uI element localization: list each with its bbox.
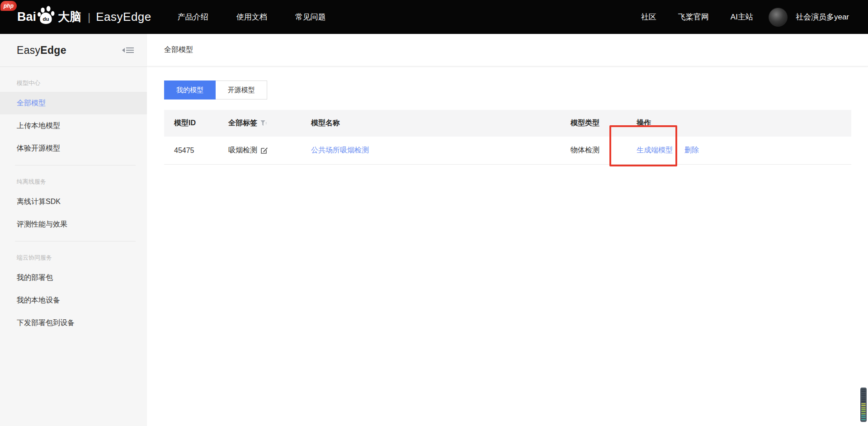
table-header-row: 模型ID 全部标签 模型名称 模型类型 操作 [164, 110, 851, 137]
top-nav-bar: php Bai du 大脑 | EasyEdge 产品介绍 使用文档 常见问题 … [0, 0, 868, 34]
page-title: 全部模型 [164, 45, 193, 55]
sidebar-section-model-center: 模型中心 [0, 67, 147, 92]
sidebar-item-evaluate-performance[interactable]: 评测性能与效果 [0, 213, 147, 236]
sidebar-item-try-open-source-model[interactable]: 体验开源模型 [0, 137, 147, 160]
tab-open-source-models[interactable]: 开源模型 [216, 80, 267, 99]
nav-item-product-intro[interactable]: 产品介绍 [178, 12, 208, 22]
sidebar-section-edge-cloud-service: 端云协同服务 [0, 241, 147, 266]
sidebar-item-offline-sdk[interactable]: 离线计算SDK [0, 190, 147, 213]
tab-my-models[interactable]: 我的模型 [164, 80, 216, 99]
sidebar-item-my-local-devices[interactable]: 我的本地设备 [0, 289, 147, 312]
col-header-all-tags-label: 全部标签 [228, 118, 257, 128]
sidebar-collapse-icon[interactable] [122, 46, 134, 54]
col-header-model-id: 模型ID [174, 118, 228, 128]
brand-product-text: EasyEdge [96, 10, 151, 24]
sidebar-header: EasyEdge [0, 34, 147, 67]
model-name-link[interactable]: 公共场所吸烟检测 [311, 146, 369, 154]
cell-model-id: 45475 [174, 147, 228, 155]
sidebar-item-dispatch-package-to-device[interactable]: 下发部署包到设备 [0, 312, 147, 334]
sidebar-title-easy: Easy [17, 44, 40, 56]
cell-actions: 生成端模型 删除 [637, 146, 851, 155]
brand-du-text: du [42, 16, 49, 21]
top-nav-links: 产品介绍 使用文档 常见问题 [178, 12, 326, 22]
cell-model-type: 物体检测 [571, 146, 637, 155]
username-label[interactable]: 社会演员多year [796, 12, 849, 22]
brand-separator: | [88, 11, 90, 24]
user-avatar[interactable] [769, 8, 788, 27]
sidebar-item-my-deploy-packages[interactable]: 我的部署包 [0, 266, 147, 289]
sidebar: EasyEdge 模型中心 全部模型 上传本地模型 体验开源模型 纯离线服务 离… [0, 34, 147, 426]
nav-item-community[interactable]: 社区 [641, 12, 656, 22]
php-badge-label: php [4, 3, 14, 9]
brand-logo[interactable]: Bai du 大脑 | EasyEdge [17, 9, 151, 25]
top-nav-right: 社区 飞桨官网 AI主站 社会演员多year [641, 8, 849, 27]
filter-icon[interactable] [260, 120, 267, 127]
edit-tag-icon[interactable] [260, 147, 268, 154]
delete-link[interactable]: 删除 [684, 146, 699, 155]
php-watermark-badge: php [0, 1, 17, 11]
nav-item-faq[interactable]: 常见问题 [295, 12, 326, 22]
brand-bai-text: Bai [17, 10, 36, 24]
nav-item-ai-site[interactable]: AI主站 [731, 12, 753, 22]
col-header-model-type: 模型类型 [571, 118, 637, 128]
table-row: 45475 吸烟检测 公共场所吸烟检测 物体检测 生成端模型 删除 [164, 137, 851, 165]
generate-edge-model-link[interactable]: 生成端模型 [637, 146, 673, 155]
cell-tags: 吸烟检测 [228, 146, 311, 155]
nav-item-paddle-site[interactable]: 飞桨官网 [678, 12, 709, 22]
sidebar-title: EasyEdge [17, 44, 66, 57]
col-header-model-name: 模型名称 [311, 118, 571, 128]
sidebar-title-edge: Edge [40, 44, 66, 56]
model-tabs: 我的模型 开源模型 [164, 80, 868, 99]
col-header-all-tags[interactable]: 全部标签 [228, 118, 311, 128]
col-header-actions: 操作 [637, 118, 851, 128]
sidebar-item-upload-local-model[interactable]: 上传本地模型 [0, 114, 147, 137]
models-table: 模型ID 全部标签 模型名称 模型类型 操作 45475 吸烟检测 [164, 110, 851, 165]
brand-brain-text: 大脑 [58, 9, 81, 25]
baidu-paw-icon: du [37, 6, 56, 25]
sidebar-item-all-models[interactable]: 全部模型 [0, 92, 147, 114]
cell-tags-label: 吸烟检测 [228, 146, 257, 155]
breadcrumb-bar: 全部模型 [147, 34, 868, 66]
nav-item-docs[interactable]: 使用文档 [236, 12, 267, 22]
sidebar-section-offline-service: 纯离线服务 [0, 166, 147, 190]
main-content: 全部模型 我的模型 开源模型 模型ID 全部标签 模型名称 模型类型 操作 45… [147, 34, 868, 426]
scroll-indicator-widget[interactable] [860, 388, 867, 422]
cell-model-name: 公共场所吸烟检测 [311, 146, 571, 155]
